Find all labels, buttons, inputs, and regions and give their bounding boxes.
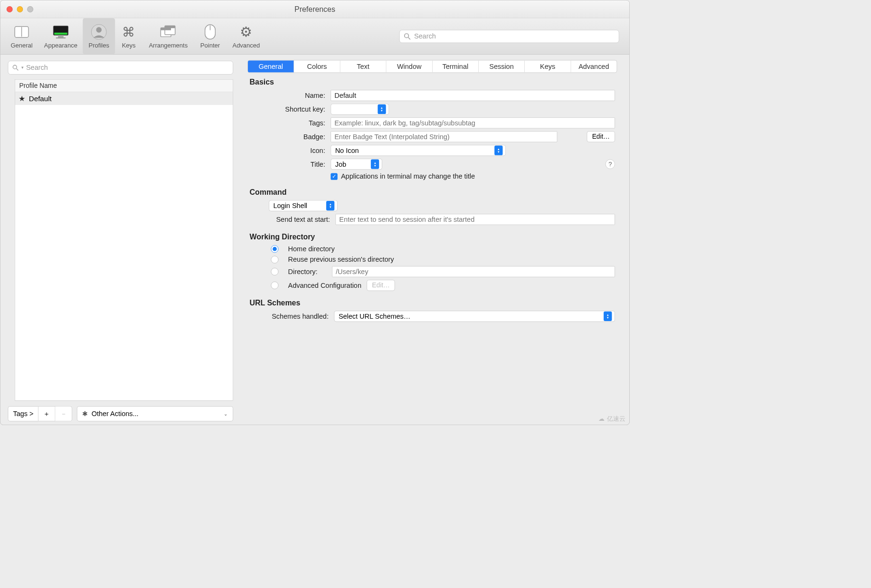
person-icon [90, 23, 107, 40]
toolbar-label: Arrangements [149, 42, 188, 49]
toolbar-search-placeholder: Search [414, 32, 436, 40]
content: ▾ Search Profile Name ★ Default Tags > ＋… [0, 55, 630, 425]
section-url-schemes: URL Schemes Schemes handled: Select URL … [250, 298, 615, 322]
title-label: Title: [250, 160, 325, 168]
section-basics: Basics Name: Shortcut key: Tags: [250, 77, 615, 180]
title-select[interactable]: Job [331, 159, 382, 170]
section-title-command: Command [250, 188, 615, 197]
svg-rect-3 [54, 33, 67, 35]
profile-row-default[interactable]: ★ Default [15, 92, 233, 105]
svg-line-17 [16, 68, 18, 70]
section-title-urls: URL Schemes [250, 298, 615, 307]
toolbar-profiles[interactable]: Profiles [83, 18, 115, 54]
icon-select[interactable]: No Icon [331, 145, 506, 156]
badge-label: Badge: [250, 133, 325, 141]
svg-rect-5 [56, 38, 66, 38]
schemes-select[interactable]: Select URL Schemes… [334, 311, 615, 322]
section-working-directory: Working Directory Home directory Reuse p… [250, 232, 615, 291]
check-icon: ✓ [331, 173, 337, 180]
search-icon [12, 65, 19, 71]
other-actions-label: Other Actions... [92, 410, 139, 418]
toolbar: General Appearance Profiles ⌘ Keys Arran… [0, 18, 630, 55]
section-command: Command Login Shell Send text at start: [250, 188, 615, 225]
window-title: Preferences [0, 5, 630, 14]
titlebar: Preferences [0, 0, 630, 19]
svg-rect-10 [165, 26, 175, 28]
watermark: ☁ 亿速云 [598, 415, 625, 423]
schemes-label: Schemes handled: [250, 313, 329, 321]
tab-general[interactable]: General [248, 60, 294, 72]
star-icon: ★ [19, 94, 25, 103]
tab-text[interactable]: Text [340, 60, 386, 72]
toolbar-label: General [10, 42, 32, 49]
profile-tabs: General Colors Text Window Terminal Sess… [247, 60, 617, 73]
toolbar-keys[interactable]: ⌘ Keys [115, 18, 142, 54]
stepper-icon [371, 159, 379, 169]
svg-point-7 [96, 27, 102, 33]
badge-input[interactable] [331, 131, 557, 142]
badge-edit-button[interactable]: Edit… [587, 131, 615, 142]
section-title-basics: Basics [250, 77, 615, 86]
radio-advanced-label: Advanced Configuration [288, 281, 361, 289]
toolbar-pointer[interactable]: Pointer [194, 18, 226, 54]
toolbar-appearance[interactable]: Appearance [39, 18, 83, 54]
apps-change-title-label: Applications in terminal may change the … [341, 172, 475, 180]
gear-icon: ⚙ [237, 23, 255, 40]
remove-profile-button[interactable]: － [56, 406, 72, 421]
right-pane: General Colors Text Window Terminal Sess… [237, 55, 630, 425]
svg-line-15 [408, 37, 410, 39]
icon-select-value: No Icon [335, 146, 359, 154]
watermark-text: 亿速云 [607, 415, 625, 423]
tab-advanced[interactable]: Advanced [571, 60, 616, 72]
svg-point-14 [405, 33, 409, 38]
radio-reuse-directory[interactable] [271, 256, 278, 263]
apps-change-title-checkbox[interactable]: ✓ Applications in terminal may change th… [331, 172, 475, 180]
preferences-window: Preferences General Appearance Profiles … [0, 0, 630, 425]
mouse-icon [201, 23, 218, 40]
tab-window[interactable]: Window [386, 60, 432, 72]
name-input[interactable] [331, 90, 615, 101]
tags-input[interactable] [331, 117, 615, 128]
directory-input[interactable] [332, 266, 615, 277]
shortcut-label: Shortcut key: [250, 105, 325, 114]
command-shell-select[interactable]: Login Shell [269, 200, 338, 211]
chevron-down-icon: ⌄ [224, 411, 228, 417]
profiles-search-placeholder: Search [26, 64, 48, 72]
tab-terminal[interactable]: Terminal [433, 60, 479, 72]
send-start-input[interactable] [335, 214, 615, 225]
tab-session[interactable]: Session [479, 60, 525, 72]
radio-home-directory[interactable] [271, 245, 278, 253]
add-profile-button[interactable]: ＋ [38, 406, 55, 421]
title-help-button[interactable]: ? [606, 159, 615, 169]
toolbar-search-wrap: Search [399, 18, 625, 54]
chevron-down-icon: ▾ [21, 65, 23, 70]
icon-label: Icon: [250, 146, 325, 154]
wd-edit-button[interactable]: Edit… [367, 280, 395, 291]
tags-button[interactable]: Tags > [8, 406, 39, 421]
shortcut-key-select[interactable] [331, 104, 389, 114]
toolbar-search-input[interactable]: Search [399, 30, 619, 43]
profiles-empty-area [15, 105, 233, 400]
other-actions-dropdown[interactable]: ✱ Other Actions... ⌄ [77, 406, 233, 421]
profiles-search-input[interactable]: ▾ Search [8, 61, 233, 75]
command-shell-value: Login Shell [274, 202, 308, 210]
tab-colors[interactable]: Colors [294, 60, 340, 72]
switch-icon [13, 23, 30, 40]
toolbar-label: Pointer [200, 42, 220, 49]
search-icon [404, 33, 410, 39]
tab-keys[interactable]: Keys [525, 60, 571, 72]
profiles-bottom-bar: Tags > ＋ － ✱ Other Actions... ⌄ [8, 406, 233, 421]
monitor-icon [52, 23, 69, 40]
name-label: Name: [250, 92, 325, 100]
toolbar-general[interactable]: General [4, 18, 38, 54]
send-start-label: Send text at start: [250, 216, 330, 224]
radio-advanced-config[interactable] [271, 282, 278, 289]
tags-label: Tags: [250, 119, 325, 127]
toolbar-advanced[interactable]: ⚙ Advanced [226, 18, 266, 54]
profiles-table: Profile Name ★ Default [15, 79, 233, 401]
profiles-column-header[interactable]: Profile Name [15, 80, 233, 92]
radio-directory-label: Directory: [288, 268, 327, 276]
radio-directory[interactable] [271, 268, 278, 275]
toolbar-arrangements[interactable]: Arrangements [142, 18, 194, 54]
stepper-icon [604, 312, 612, 321]
